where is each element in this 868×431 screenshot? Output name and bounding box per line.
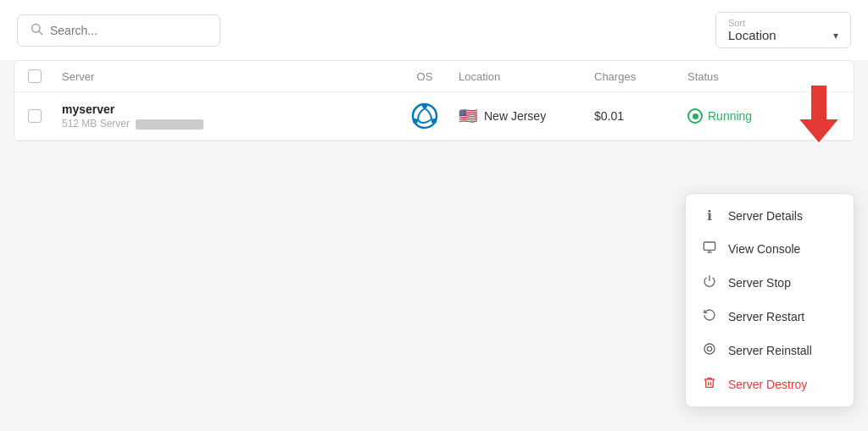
monitor-icon bbox=[701, 240, 718, 257]
sort-label: Sort bbox=[728, 18, 838, 28]
table-row: myserver 512 MB Server 🇺🇸 bbox=[14, 92, 854, 141]
search-bar[interactable] bbox=[17, 14, 220, 47]
col-header-server: Server bbox=[62, 70, 391, 83]
svg-point-10 bbox=[704, 344, 715, 354]
server-location: 🇺🇸 New Jersey bbox=[459, 107, 594, 125]
servers-table: Server OS Location Charges Status myserv… bbox=[14, 60, 854, 141]
server-charges: $0.01 bbox=[594, 109, 687, 123]
dropdown-label-view-console: View Console bbox=[728, 242, 800, 256]
dropdown-item-server-reinstall[interactable]: Server Reinstall bbox=[686, 334, 854, 367]
col-header-charges: Charges bbox=[594, 70, 687, 83]
col-header-os: OS bbox=[391, 70, 459, 83]
server-os bbox=[391, 102, 459, 130]
restart-icon bbox=[701, 308, 718, 325]
dropdown-label-server-details: Server Details bbox=[728, 209, 803, 223]
server-info: myserver 512 MB Server bbox=[62, 102, 391, 130]
red-arrow-indicator bbox=[793, 85, 844, 147]
server-name: myserver bbox=[62, 102, 391, 116]
col-header-status: Status bbox=[687, 70, 798, 83]
dropdown-label-server-restart: Server Restart bbox=[728, 310, 804, 323]
info-icon: ℹ bbox=[701, 207, 718, 224]
ubuntu-icon bbox=[411, 102, 438, 130]
chevron-down-icon: ▾ bbox=[833, 30, 838, 41]
svg-rect-7 bbox=[704, 242, 715, 250]
trash-icon bbox=[701, 376, 718, 393]
server-status: Running bbox=[687, 108, 798, 124]
svg-point-11 bbox=[707, 346, 711, 351]
table-header-row: Server OS Location Charges Status bbox=[14, 61, 854, 92]
search-icon bbox=[30, 22, 43, 39]
svg-marker-2 bbox=[798, 85, 840, 144]
status-label: Running bbox=[708, 109, 752, 123]
dropdown-item-server-destroy[interactable]: Server Destroy bbox=[686, 367, 854, 401]
dropdown-item-server-stop[interactable]: Server Stop bbox=[686, 266, 854, 300]
dropdown-label-server-stop: Server Stop bbox=[728, 276, 791, 290]
location-flag: 🇺🇸 bbox=[459, 107, 477, 125]
actions-dropdown-menu: ℹ Server Details View Console Server Sto… bbox=[685, 193, 854, 407]
dropdown-label-server-destroy: Server Destroy bbox=[728, 378, 807, 391]
sort-value: Location bbox=[728, 28, 776, 42]
location-name: New Jersey bbox=[484, 109, 546, 123]
dropdown-item-server-restart[interactable]: Server Restart bbox=[686, 300, 854, 334]
svg-point-4 bbox=[422, 103, 427, 108]
top-bar: Sort Location ▾ bbox=[0, 0, 868, 60]
select-all-checkbox[interactable] bbox=[28, 69, 42, 83]
svg-line-1 bbox=[39, 31, 42, 35]
server-sub: 512 MB Server bbox=[62, 118, 391, 130]
dropdown-item-view-console[interactable]: View Console bbox=[686, 232, 854, 266]
col-header-location: Location bbox=[459, 70, 594, 83]
row-checkbox[interactable] bbox=[28, 109, 42, 123]
status-running-icon bbox=[687, 108, 703, 124]
server-id-redacted bbox=[136, 119, 203, 130]
search-input[interactable] bbox=[50, 24, 208, 37]
dropdown-item-server-details[interactable]: ℹ Server Details bbox=[686, 199, 854, 232]
power-icon bbox=[701, 274, 718, 291]
reinstall-icon bbox=[701, 342, 718, 359]
sort-dropdown[interactable]: Sort Location ▾ bbox=[715, 12, 851, 48]
dropdown-label-server-reinstall: Server Reinstall bbox=[728, 344, 812, 357]
